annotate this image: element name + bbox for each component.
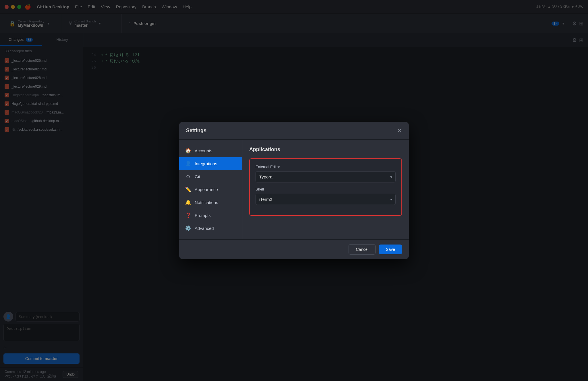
settings-modal: Settings ✕ 🏠 Accounts 👤 Integrations ⊙ G… xyxy=(179,122,409,259)
modal-overlay: Settings ✕ 🏠 Accounts 👤 Integrations ⊙ G… xyxy=(0,0,588,381)
shell-select-wrapper: iTerm2 ▾ xyxy=(256,194,396,205)
close-modal-button[interactable]: ✕ xyxy=(397,128,402,134)
settings-content: Applications External Editor Typora ▾ Sh… xyxy=(242,140,409,239)
settings-nav-prompts[interactable]: ❓ Prompts xyxy=(179,209,242,222)
cancel-button[interactable]: Cancel xyxy=(349,244,376,255)
settings-nav-advanced[interactable]: ⚙️ Advanced xyxy=(179,222,242,235)
settings-nav-integrations[interactable]: 👤 Integrations xyxy=(179,157,242,170)
settings-nav-appearance[interactable]: ✏️ Appearance xyxy=(179,183,242,196)
shell-label: Shell xyxy=(256,187,396,191)
gear-icon: ⚙️ xyxy=(185,225,191,231)
nav-label-appearance: Appearance xyxy=(195,187,218,192)
applications-box: External Editor Typora ▾ Shell iTerm2 ▾ xyxy=(249,158,402,216)
modal-header: Settings ✕ xyxy=(179,122,409,140)
question-icon: ❓ xyxy=(185,212,191,218)
shell-select[interactable]: iTerm2 xyxy=(256,194,396,205)
external-editor-label: External Editor xyxy=(256,165,396,169)
settings-nav: 🏠 Accounts 👤 Integrations ⊙ Git ✏️ Appea… xyxy=(179,140,242,239)
external-editor-select-wrapper: Typora ▾ xyxy=(256,171,396,182)
modal-body: 🏠 Accounts 👤 Integrations ⊙ Git ✏️ Appea… xyxy=(179,140,409,239)
nav-label-prompts: Prompts xyxy=(195,213,211,218)
modal-footer: Cancel Save xyxy=(179,239,409,259)
nav-label-integrations: Integrations xyxy=(195,161,217,166)
save-button[interactable]: Save xyxy=(379,245,402,254)
settings-section-title: Applications xyxy=(249,147,402,153)
modal-title: Settings xyxy=(186,128,206,134)
pencil-icon: ✏️ xyxy=(185,186,191,193)
external-editor-select[interactable]: Typora xyxy=(256,171,396,182)
settings-nav-notifications[interactable]: 🔔 Notifications xyxy=(179,196,242,209)
home-icon: 🏠 xyxy=(185,148,191,154)
settings-nav-accounts[interactable]: 🏠 Accounts xyxy=(179,144,242,157)
settings-nav-git[interactable]: ⊙ Git xyxy=(179,170,242,183)
nav-label-advanced: Advanced xyxy=(195,226,214,231)
git-icon: ⊙ xyxy=(185,174,191,180)
nav-label-accounts: Accounts xyxy=(195,148,212,153)
bell-icon: 🔔 xyxy=(185,199,191,205)
nav-label-notifications: Notifications xyxy=(195,200,218,205)
person-icon: 👤 xyxy=(185,161,191,167)
nav-label-git: Git xyxy=(195,174,200,179)
